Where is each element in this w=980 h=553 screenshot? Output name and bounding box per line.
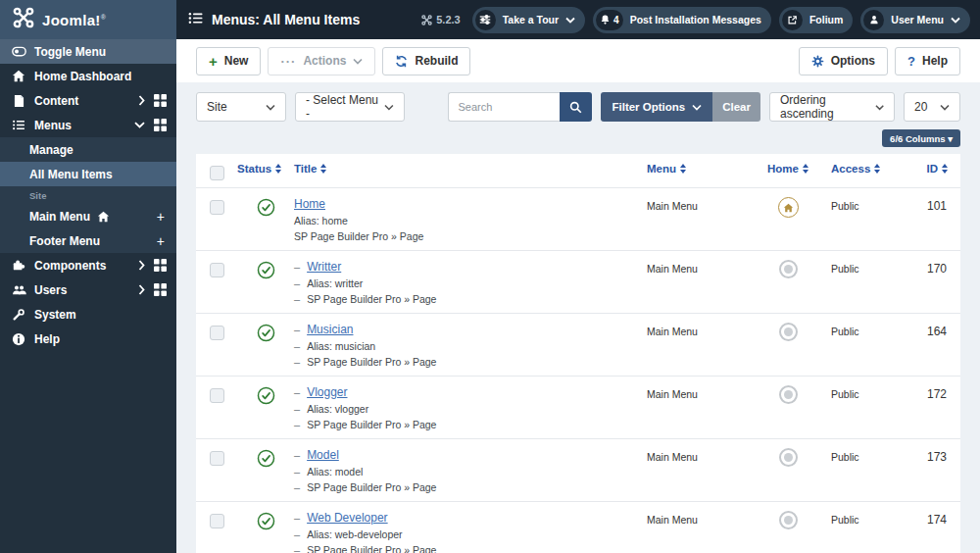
menu-item-title-link[interactable]: Model [307, 448, 339, 462]
home-dashboard-label: Home Dashboard [34, 70, 176, 83]
not-home-icon[interactable] [779, 385, 798, 404]
header-home[interactable]: Home [745, 163, 831, 175]
wrench-icon [9, 308, 28, 322]
ordering-select[interactable]: Ordering ascending [769, 92, 895, 122]
sidebar-item-home-dashboard[interactable]: Home Dashboard [0, 64, 176, 88]
chevron-right-icon [138, 95, 145, 106]
chevron-down-icon [134, 122, 145, 128]
users-icon [9, 284, 28, 296]
level-dash: – [294, 419, 300, 430]
row-checkbox[interactable] [210, 263, 224, 277]
select-all-checkbox[interactable] [210, 166, 224, 180]
status-published-icon[interactable] [237, 385, 294, 405]
actions-button[interactable]: ··· Actions [268, 47, 375, 75]
status-published-icon[interactable] [237, 511, 294, 530]
sort-icon [942, 164, 948, 174]
menu-item-title-link[interactable]: Vlogger [307, 385, 347, 399]
main-content: + New ··· Actions Rebuild [176, 39, 980, 553]
level-dash: – [294, 466, 300, 478]
messages-label: Post Installation Messages [630, 14, 761, 25]
take-a-tour-button[interactable]: Take a Tour [472, 7, 585, 33]
sidebar-item-users[interactable]: Users [0, 277, 176, 302]
per-page-select[interactable]: 20 [904, 92, 960, 122]
access-cell: Public [831, 511, 907, 526]
menu-item-title-link[interactable]: Web Developer [307, 511, 388, 525]
default-home-icon[interactable] [778, 197, 799, 218]
sidebar-item-all-menu-items[interactable]: All Menu Items [0, 162, 176, 186]
manage-label: Manage [29, 143, 176, 157]
menu-select[interactable]: - Select Menu - [295, 92, 405, 122]
help-button[interactable]: ? Help [895, 47, 960, 75]
search-icon [569, 101, 582, 114]
file-icon [9, 94, 28, 108]
chevron-down-icon [692, 104, 702, 111]
options-button[interactable]: Options [799, 47, 888, 75]
users-dashboard-grid-icon[interactable] [154, 283, 167, 296]
header-status[interactable]: Status [237, 163, 294, 175]
row-checkbox[interactable] [210, 200, 224, 215]
search-input[interactable] [448, 92, 560, 122]
row-checkbox[interactable] [210, 388, 224, 403]
table-row: –Web Developer –Alias: web-developer –SP… [196, 501, 960, 553]
user-menu-button[interactable]: User Menu [860, 7, 970, 33]
menu-item-title-link[interactable]: Home [294, 197, 325, 211]
not-home-icon[interactable] [779, 260, 798, 278]
access-cell: Public [831, 323, 907, 337]
table-row: –Vlogger –Alias: vlogger –SP Page Builde… [196, 376, 960, 438]
header-title[interactable]: Title [294, 163, 647, 175]
level-dash: – [294, 356, 300, 368]
sidebar-toggle-menu[interactable]: Toggle Menu [0, 39, 176, 64]
alias-text: Alias: home [294, 215, 348, 226]
clear-button[interactable]: Clear [712, 92, 760, 122]
menus-dashboard-grid-icon[interactable] [154, 119, 167, 131]
content-label: Content [34, 94, 138, 108]
menu-item-title-link[interactable]: Writter [307, 260, 341, 274]
chevron-down-icon [940, 104, 950, 111]
sidebar-item-manage[interactable]: Manage [0, 137, 176, 162]
content-dashboard-grid-icon[interactable] [154, 94, 167, 107]
row-checkbox[interactable] [210, 514, 224, 528]
chevron-down-icon [353, 58, 363, 65]
status-published-icon[interactable] [237, 448, 294, 468]
sidebar-item-footer-menu[interactable]: Footer Menu + [0, 228, 176, 253]
joomla-logo[interactable]: Joomla!® [0, 0, 176, 39]
header-id[interactable]: ID [907, 163, 960, 175]
filter-options-button[interactable]: Filter Options [601, 92, 712, 122]
columns-toggle-button[interactable]: 6/6 Columns ▾ [882, 129, 960, 147]
site-select[interactable]: Site [196, 92, 286, 122]
chevron-down-icon [565, 14, 575, 25]
item-type-text: SP Page Builder Pro » Page [307, 481, 436, 493]
add-footer-menu-item-button[interactable]: + [157, 233, 165, 249]
home-cell [745, 385, 831, 404]
status-published-icon[interactable] [237, 197, 294, 217]
sidebar-item-content[interactable]: Content [0, 88, 176, 113]
table-row: –Model –Alias: model –SP Page Builder Pr… [196, 438, 960, 501]
header-menu[interactable]: Menu [647, 163, 745, 175]
site-preview-button[interactable]: Folium [779, 7, 853, 33]
sidebar-item-menus[interactable]: Menus [0, 113, 176, 137]
sidebar-item-main-menu[interactable]: Main Menu + [0, 204, 176, 228]
menu-item-title-link[interactable]: Musician [307, 323, 353, 336]
components-dashboard-grid-icon[interactable] [154, 259, 167, 272]
not-home-icon[interactable] [779, 511, 798, 529]
sidebar-item-components[interactable]: Components [0, 253, 176, 277]
sidebar-item-system[interactable]: System [0, 302, 176, 327]
chevron-right-icon [138, 284, 145, 295]
sort-icon [680, 164, 686, 174]
status-published-icon[interactable] [237, 260, 294, 279]
row-checkbox[interactable] [210, 451, 224, 466]
new-button[interactable]: + New [196, 47, 261, 75]
joomla-logo-text: Joomla!® [42, 12, 106, 28]
row-checkbox[interactable] [210, 326, 224, 340]
add-main-menu-item-button[interactable]: + [157, 209, 165, 225]
status-published-icon[interactable] [237, 323, 294, 342]
item-type-text: SP Page Builder Pro » Page [307, 293, 436, 305]
search-button[interactable] [560, 92, 592, 122]
info-icon [9, 332, 28, 346]
not-home-icon[interactable] [779, 448, 798, 467]
post-installation-messages-button[interactable]: 4 Post Installation Messages [593, 7, 771, 33]
rebuild-button[interactable]: Rebuild [382, 47, 470, 75]
sidebar-item-help[interactable]: Help [0, 327, 176, 351]
header-access[interactable]: Access [831, 163, 907, 175]
not-home-icon[interactable] [779, 323, 798, 341]
